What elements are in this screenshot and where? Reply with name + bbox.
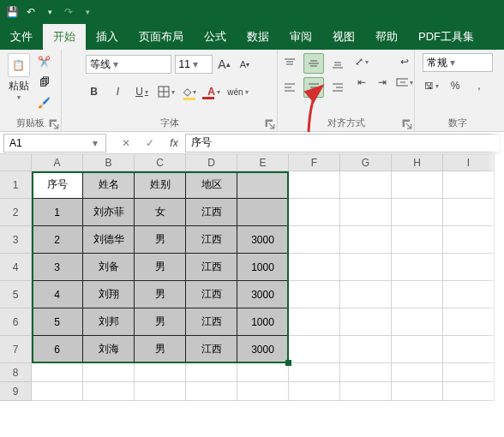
cell[interactable]: 江西 (186, 254, 237, 281)
cell[interactable]: 女 (135, 199, 186, 226)
align-middle-icon[interactable] (303, 53, 324, 74)
align-center-icon[interactable] (303, 77, 324, 98)
cell[interactable]: 男 (135, 281, 186, 308)
cell[interactable] (83, 363, 135, 382)
row-header[interactable]: 6 (0, 308, 32, 336)
row-header[interactable]: 4 (0, 254, 32, 281)
cell[interactable] (392, 254, 443, 281)
paste-button[interactable]: 📋 粘贴 ▾ (8, 53, 30, 111)
cell[interactable]: 男 (135, 226, 186, 254)
cell[interactable] (32, 382, 83, 401)
cell[interactable] (340, 281, 392, 308)
border-button[interactable] (158, 83, 175, 100)
cell[interactable] (392, 363, 443, 382)
cell[interactable] (289, 363, 340, 382)
col-header[interactable]: G (340, 154, 392, 171)
cell[interactable] (135, 382, 186, 401)
tab-file[interactable]: 文件 (0, 24, 43, 50)
cell[interactable]: 4 (32, 281, 83, 308)
row-header[interactable]: 3 (0, 226, 32, 254)
cell[interactable]: 刘亦菲 (83, 199, 135, 226)
cell[interactable] (340, 308, 392, 336)
currency-button[interactable]: 🖫 (423, 77, 440, 94)
cell[interactable] (340, 226, 392, 254)
name-box[interactable]: A1 ▾ (3, 134, 106, 153)
tab-help[interactable]: 帮助 (365, 24, 408, 50)
dialog-launcher-icon[interactable] (402, 119, 412, 129)
cell[interactable]: 6 (32, 336, 83, 363)
fx-icon[interactable]: fx (166, 135, 182, 151)
col-header[interactable]: C (135, 154, 186, 171)
cell[interactable] (392, 382, 443, 401)
cell[interactable]: 江西 (186, 281, 237, 308)
cell[interactable] (392, 171, 443, 199)
cell[interactable] (289, 171, 340, 199)
dialog-launcher-icon[interactable] (49, 119, 59, 129)
cell[interactable] (186, 363, 237, 382)
cell[interactable]: 序号 (32, 171, 83, 199)
align-top-icon[interactable] (279, 53, 300, 74)
cell[interactable]: 江西 (186, 199, 237, 226)
font-color-button[interactable]: A (206, 83, 223, 100)
increase-indent-icon[interactable]: ⇥ (374, 74, 391, 91)
merge-button[interactable] (396, 74, 413, 91)
format-painter-icon[interactable]: 🖌️ (35, 94, 54, 111)
row-header[interactable]: 9 (0, 382, 32, 401)
cell[interactable] (392, 226, 443, 254)
number-format-select[interactable]: 常规▾ (423, 53, 493, 72)
orientation-button[interactable]: ⤢ (353, 53, 370, 70)
bold-button[interactable]: B (86, 83, 103, 100)
save-icon[interactable]: 💾 (5, 5, 19, 19)
tab-formula[interactable]: 公式 (194, 24, 237, 50)
col-header[interactable]: E (237, 154, 289, 171)
font-size-select[interactable]: 11▾ (175, 55, 213, 74)
cell[interactable] (340, 382, 392, 401)
col-header[interactable]: D (186, 154, 237, 171)
align-left-icon[interactable] (279, 77, 300, 98)
dialog-launcher-icon[interactable] (265, 119, 275, 129)
undo-icon[interactable]: ↶ (24, 5, 38, 19)
decrease-indent-icon[interactable]: ⇤ (353, 74, 370, 91)
cell[interactable] (340, 199, 392, 226)
cell[interactable]: 1000 (237, 308, 289, 336)
cell[interactable] (340, 336, 392, 363)
col-header[interactable]: B (83, 154, 135, 171)
align-bottom-icon[interactable] (327, 53, 348, 74)
tab-review[interactable]: 审阅 (279, 24, 322, 50)
cell[interactable] (392, 199, 443, 226)
cell[interactable] (392, 336, 443, 363)
tab-start[interactable]: 开始 (43, 24, 86, 50)
col-header[interactable]: H (392, 154, 443, 171)
tab-view[interactable]: 视图 (322, 24, 365, 50)
cell[interactable] (237, 199, 289, 226)
underline-button[interactable]: U (134, 83, 151, 100)
cell[interactable]: 3000 (237, 226, 289, 254)
cell[interactable]: 5 (32, 308, 83, 336)
qat-more-icon[interactable]: ▾ (81, 5, 94, 19)
fill-handle[interactable] (285, 360, 291, 366)
cell[interactable]: 刘备 (83, 254, 135, 281)
cell[interactable]: 男 (135, 336, 186, 363)
formula-input[interactable]: 序号 (185, 134, 501, 153)
cell[interactable] (32, 363, 83, 382)
row-header[interactable]: 7 (0, 336, 32, 363)
select-all-corner[interactable] (0, 154, 32, 171)
cell[interactable] (237, 171, 289, 199)
tab-layout[interactable]: 页面布局 (129, 24, 194, 50)
cell[interactable]: 姓别 (135, 171, 186, 199)
tab-insert[interactable]: 插入 (86, 24, 129, 50)
cell[interactable]: 1000 (237, 254, 289, 281)
row-header[interactable]: 2 (0, 199, 32, 226)
cell[interactable]: 3 (32, 254, 83, 281)
cell[interactable] (340, 254, 392, 281)
percent-button[interactable]: % (447, 77, 464, 94)
cell[interactable]: 3000 (237, 336, 289, 363)
row-header[interactable]: 5 (0, 281, 32, 308)
cell[interactable] (135, 363, 186, 382)
row-header[interactable]: 1 (0, 171, 32, 199)
tab-data[interactable]: 数据 (237, 24, 279, 50)
cell[interactable]: 1 (32, 199, 83, 226)
cell[interactable] (289, 308, 340, 336)
cell[interactable] (289, 281, 340, 308)
cell[interactable] (186, 382, 237, 401)
